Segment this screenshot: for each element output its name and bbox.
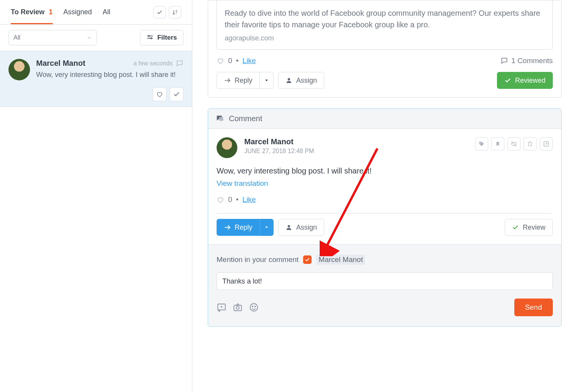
list-item-name: Marcel Manot <box>36 59 85 68</box>
svg-point-0 <box>148 35 149 37</box>
camera-icon[interactable] <box>233 302 243 312</box>
reply-dropdown[interactable] <box>260 72 273 89</box>
post-actions: Reply Assign Reviewed <box>217 72 553 89</box>
emoji-icon[interactable] <box>249 302 259 312</box>
reply-button[interactable]: Reply <box>217 72 260 89</box>
reply-dropdown[interactable] <box>260 219 273 236</box>
list-item-preview: Wow, very interesting blog post. I will … <box>36 71 183 79</box>
review-button[interactable]: Review <box>505 219 553 236</box>
svg-point-10 <box>288 225 290 227</box>
send-button[interactable]: Send <box>514 299 553 316</box>
tab-to-review[interactable]: To Review 1 <box>11 0 53 24</box>
reply-arrow-icon <box>224 224 231 231</box>
divider <box>217 213 553 214</box>
like-button[interactable] <box>153 87 167 101</box>
filter-row: All Filters <box>0 25 192 51</box>
heart-icon <box>217 196 224 204</box>
list-item-time: a few seconds <box>133 60 173 67</box>
post-card: Ready to dive into the world of Facebook… <box>208 0 562 98</box>
check-icon <box>504 77 511 84</box>
link-preview-domain: agorapulse.com <box>225 34 545 42</box>
filter-select-value: All <box>13 34 20 41</box>
like-count: 0 <box>228 195 232 204</box>
open-external-button[interactable] <box>540 137 553 150</box>
mention-checkbox[interactable] <box>303 255 312 264</box>
mention-label: Mention in your comment <box>217 255 299 264</box>
chevron-down-icon <box>87 35 92 40</box>
post-meta: 0 • Like 1 Comments <box>217 50 553 72</box>
mention-name[interactable]: Marcel Manot <box>316 255 365 265</box>
heart-icon <box>217 57 224 65</box>
check-icon <box>512 224 519 231</box>
sliders-icon <box>147 34 153 41</box>
bookmark-button[interactable] <box>491 137 504 150</box>
comment-icon <box>176 60 183 67</box>
comment-author[interactable]: Marcel Manot <box>244 137 314 146</box>
tab-count: 1 <box>49 8 53 16</box>
svg-point-16 <box>236 306 239 309</box>
comment-actions-row: Reply Assign <box>217 219 553 236</box>
avatar <box>8 59 30 80</box>
reply-button[interactable]: Reply <box>217 219 260 236</box>
svg-point-7 <box>480 142 481 143</box>
tab-label: To Review <box>11 8 45 16</box>
tab-all[interactable]: All <box>103 0 110 24</box>
like-count: 0 <box>228 57 232 65</box>
comment-text: Wow, very interesting blog post. I will … <box>217 167 553 175</box>
filters-button[interactable]: Filters <box>140 30 183 45</box>
comment-icon <box>500 57 508 65</box>
like-link[interactable]: Like <box>242 195 256 204</box>
link-preview[interactable]: Ready to dive into the world of Facebook… <box>217 0 553 50</box>
svg-point-3 <box>150 38 152 39</box>
hide-button[interactable] <box>507 137 520 150</box>
reply-area: Mention in your comment Marcel Manot <box>208 244 561 326</box>
svg-point-18 <box>252 306 253 307</box>
comment-date: JUNE 27, 2018 12:48 PM <box>244 148 314 155</box>
view-translation-link[interactable]: View translation <box>217 179 553 188</box>
link-preview-text: Ready to dive into the world of Facebook… <box>225 7 545 30</box>
user-icon <box>285 224 292 231</box>
filters-label: Filters <box>157 34 177 42</box>
delete-button[interactable] <box>524 137 537 150</box>
svg-point-17 <box>250 304 258 311</box>
reply-input[interactable] <box>217 272 553 290</box>
user-icon <box>285 77 292 84</box>
reply-arrow-icon <box>224 77 231 84</box>
sort-button[interactable] <box>169 6 181 18</box>
comment-meta: 0 • Like <box>217 195 553 208</box>
tag-button[interactable] <box>475 137 488 150</box>
avatar <box>217 137 237 158</box>
saved-reply-icon[interactable] <box>217 302 227 312</box>
review-check-button[interactable] <box>170 87 183 101</box>
like-link[interactable]: Like <box>242 57 256 65</box>
comment-header: Comment <box>208 109 561 129</box>
assign-button[interactable]: Assign <box>278 72 324 89</box>
inbox-tabs: To Review 1 Assigned All <box>0 0 192 25</box>
tab-assigned[interactable]: Assigned <box>63 0 92 24</box>
comment-icon <box>216 115 224 123</box>
reviewed-button[interactable]: Reviewed <box>497 72 553 89</box>
svg-point-6 <box>288 78 290 80</box>
svg-point-19 <box>255 306 255 307</box>
mark-all-reviewed-button[interactable] <box>153 6 166 18</box>
comments-count[interactable]: 1 Comments <box>500 57 553 65</box>
comment-card: Comment Marcel Manot JUNE 27, 2018 12:48… <box>208 108 562 327</box>
list-item[interactable]: Marcel Manot a few seconds Wow, very int… <box>0 51 192 107</box>
comment-header-label: Comment <box>229 114 262 123</box>
filter-select[interactable]: All <box>8 30 97 45</box>
assign-button[interactable]: Assign <box>278 219 324 236</box>
